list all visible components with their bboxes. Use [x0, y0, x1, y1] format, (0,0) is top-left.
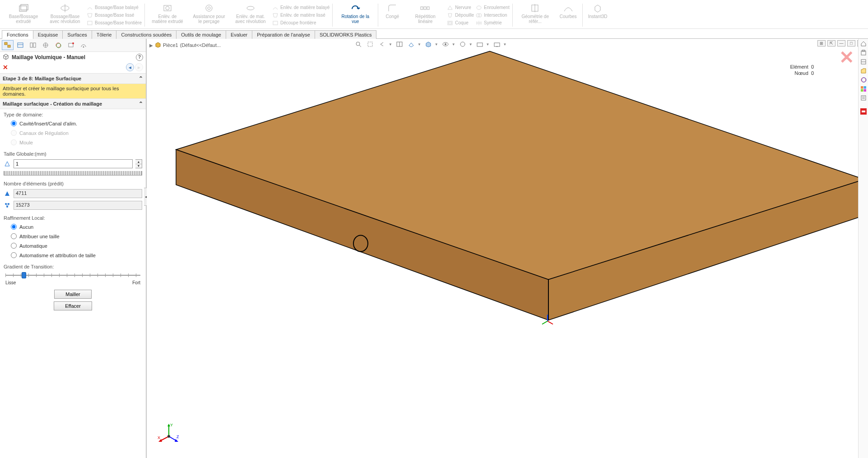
- svg-text:Z: Z: [176, 435, 179, 439]
- taskpane-custom-props-icon[interactable]: [859, 94, 868, 102]
- node-icon: [4, 202, 11, 209]
- rb-linear-pattern[interactable]: Répétition linéaire: [405, 2, 445, 28]
- panel-tab-dimxpert[interactable]: [40, 40, 51, 50]
- panel-tab-plastics-tree[interactable]: [65, 40, 77, 50]
- svg-rect-21: [8, 45, 10, 47]
- rb-curves[interactable]: Courbes: [557, 2, 580, 28]
- rb-shell[interactable]: Coque: [447, 19, 474, 27]
- global-size-ruler[interactable]: [4, 171, 142, 176]
- svg-rect-80: [862, 111, 865, 112]
- refine-auto-assign-radio[interactable]: [11, 252, 17, 258]
- svg-rect-12: [427, 7, 429, 9]
- global-size-label: Taille Globale:(mm): [4, 151, 142, 157]
- step-header[interactable]: Etape 3 de 8: Maillage Surfacique⌃: [0, 73, 146, 84]
- rb-revolve-boss[interactable]: Bossage/Base avec révolution: [45, 2, 85, 28]
- svg-rect-72: [861, 86, 863, 89]
- taskpane-appearances-icon[interactable]: [859, 85, 868, 93]
- refine-auto-label: Automatique: [19, 243, 47, 249]
- rb-draft[interactable]: Dépouille: [447, 12, 474, 19]
- taskpane-plastics-icon[interactable]: [859, 107, 868, 116]
- svg-rect-25: [33, 43, 36, 47]
- panel-tab-feature-tree[interactable]: [2, 40, 14, 50]
- rb-hole-wizard[interactable]: Assistance pour le perçage: [189, 2, 229, 28]
- svg-rect-10: [421, 7, 423, 9]
- domain-cooling-radio: [11, 130, 17, 136]
- rb-swept-boss[interactable]: Bossage/Base balayé: [87, 4, 142, 11]
- cancel-button[interactable]: ✕: [3, 64, 8, 71]
- elem-triangle-count: 4711: [14, 189, 142, 198]
- rb-ref-geom[interactable]: Géométrie de référ...: [515, 2, 555, 28]
- taskpane-file-explorer-icon[interactable]: [859, 67, 868, 75]
- rb-wrap[interactable]: Enroulement: [476, 4, 510, 11]
- tab-solidworks-plastics[interactable]: SOLIDWORKS Plastics: [315, 30, 377, 39]
- svg-point-15: [477, 6, 481, 9]
- svg-rect-9: [273, 21, 278, 25]
- taskpane-view-palette-icon[interactable]: [859, 76, 868, 84]
- graphics-viewport[interactable]: ▶ Pièce1 (Défaut<<Défaut... ▼ ▼ ▼ ▼ ▼ ▼ …: [147, 39, 868, 458]
- gradient-slider[interactable]: [5, 272, 140, 278]
- tab-fonctions[interactable]: Fonctions: [2, 30, 33, 39]
- refine-none-radio[interactable]: [11, 224, 17, 230]
- prev-step-button[interactable]: ◄: [126, 63, 134, 71]
- rb-lofted-boss[interactable]: Bossage/Base lissé: [87, 12, 142, 19]
- svg-point-8: [247, 6, 254, 10]
- global-size-spinner[interactable]: ▲▼: [135, 159, 142, 168]
- tab-esquisse[interactable]: Esquisse: [33, 30, 63, 39]
- refine-label: Raffinement Local:: [4, 215, 142, 221]
- svg-point-7: [208, 7, 210, 9]
- rb-rib[interactable]: Nervure: [447, 4, 474, 11]
- svg-rect-74: [861, 89, 863, 92]
- rb-boundary-cut[interactable]: Découpe frontière: [272, 19, 330, 27]
- svg-rect-3: [88, 21, 92, 25]
- taskpane-design-library-icon[interactable]: [859, 58, 868, 66]
- next-step-button[interactable]: ►: [135, 63, 143, 71]
- svg-rect-11: [424, 7, 426, 9]
- refine-auto-radio[interactable]: [11, 243, 17, 249]
- domain-cavity-label: Cavité/Insert/Canal d'alim.: [19, 121, 77, 126]
- svg-point-6: [206, 5, 212, 11]
- tab-analysis-prep[interactable]: Préparation de l'analyse: [252, 30, 315, 39]
- tab-surfaces[interactable]: Surfaces: [62, 30, 92, 39]
- surface-mesh-header[interactable]: Maillage surfacique - Création du mailla…: [0, 98, 146, 109]
- refine-assign-radio[interactable]: [11, 233, 17, 239]
- elem-pred-label: Nombre d'éléments (prédit): [4, 181, 142, 186]
- tab-tolerie[interactable]: Tôlerie: [92, 30, 117, 39]
- svg-rect-14: [449, 22, 451, 24]
- global-size-input[interactable]: [14, 159, 133, 168]
- gradient-lisse-label: Lisse: [5, 280, 16, 285]
- task-pane-bar: [858, 39, 868, 458]
- rb-mirror[interactable]: Symétrie: [476, 19, 510, 27]
- ribbon: Base/Bossage extrudé Bossage/Base avec r…: [0, 0, 868, 29]
- taskpane-home-icon[interactable]: [859, 40, 868, 48]
- tab-mold-tools[interactable]: Outils de moulage: [176, 30, 226, 39]
- help-button[interactable]: ?: [136, 54, 143, 61]
- rb-fillet[interactable]: Congé: [381, 2, 404, 28]
- svg-rect-73: [863, 86, 866, 89]
- clear-button[interactable]: Effacer: [54, 301, 92, 310]
- panel-tab-extra[interactable]: [78, 40, 89, 50]
- rb-swept-cut[interactable]: Enlèv. de matière balayé: [272, 4, 330, 11]
- rb-boundary-boss[interactable]: Bossage/Base frontière: [87, 19, 142, 27]
- rb-revolved-cut[interactable]: Enlèv. de mat. avec révolution: [231, 2, 270, 28]
- refine-none-label: Aucun: [19, 224, 33, 230]
- rb-extruded-boss[interactable]: Base/Bossage extrudé: [4, 2, 43, 28]
- view-triad[interactable]: Y X Z: [158, 422, 180, 445]
- taskpane-resources-icon[interactable]: [859, 49, 868, 57]
- panel-tab-property-mgr[interactable]: [14, 40, 26, 50]
- rb-intersect[interactable]: Intersection: [476, 12, 510, 19]
- rb-extruded-cut[interactable]: Enlèv. de matière extrudé: [148, 2, 187, 28]
- tab-evaluate[interactable]: Evaluer: [226, 30, 252, 39]
- tab-weldments[interactable]: Constructions soudées: [116, 30, 176, 39]
- svg-point-5: [166, 6, 169, 10]
- elem-node-count: 15273: [14, 201, 142, 210]
- panel-tab-display-mgr[interactable]: [52, 40, 64, 50]
- mesh-button[interactable]: Mailler: [54, 290, 91, 299]
- gradient-label: Gradient de Transition:: [4, 264, 142, 269]
- domain-cavity-radio[interactable]: [11, 120, 17, 126]
- panel-tab-config-mgr[interactable]: [27, 40, 39, 50]
- rb-rotate-view[interactable]: Rotation de la vue: [335, 2, 375, 28]
- domain-cooling-label: Canaux de Régulation: [19, 130, 69, 136]
- rb-instant3d[interactable]: Instant3D: [585, 2, 610, 28]
- command-manager-tabs: Fonctions Esquisse Surfaces Tôlerie Cons…: [0, 29, 868, 39]
- rb-lofted-cut[interactable]: Enlèv. de matière lissé: [272, 12, 330, 19]
